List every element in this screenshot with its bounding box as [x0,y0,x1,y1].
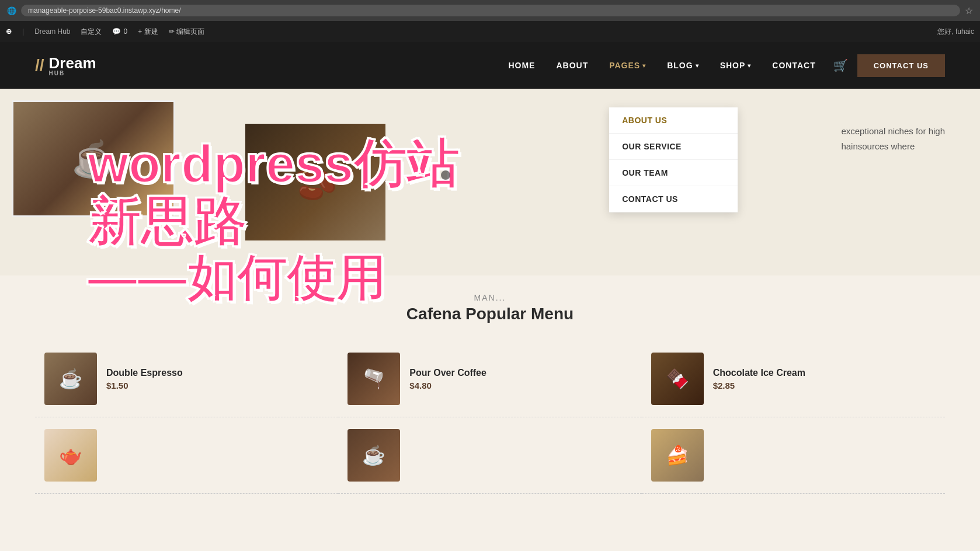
browser-bar: 🌐 manageable-porpoise-59bac0.instawp.xyz… [0,0,980,21]
menu-item-img-espresso: ☕ [44,353,97,405]
customize-label: 自定义 [81,27,102,37]
comment-icon: 💬 [112,27,121,36]
menu-grid: ☕ Double Espresso $1.50 🫗 Pour Over Coff… [35,341,945,417]
browser-favicon: 🌐 [7,6,16,15]
menu-item-img-pourover: 🫗 [347,353,400,405]
logo-text: Dream HUB [49,54,96,76]
nav-pages-wrapper[interactable]: PAGES ▾ ABOUT US OUR SERVICE OUR TEAM CO… [609,61,646,70]
hero-section: exceptional niches for high hainsources … [0,89,980,276]
menu-item-img-row2-2: ☕ [347,429,400,482]
browser-star[interactable]: ☆ [965,5,973,16]
menu-subtitle: Man... [35,293,945,302]
menu-item-row2-col2: ☕ [338,417,641,494]
menu-section-title: Cafena Popular Menu [35,305,945,323]
user-greeting: 您好, fuhaic [937,27,974,37]
edit-btn[interactable]: ✏ 编辑页面 [169,27,204,37]
nav-about[interactable]: ABOUT [556,61,588,70]
nav-shop[interactable]: SHOP ▾ [720,61,752,70]
menu-item-name-pourover: Pour Over Coffee [409,368,632,378]
new-label: + 新建 [138,27,158,37]
blog-chevron-icon: ▾ [696,62,699,69]
site-header: // Dream HUB HOME ABOUT PAGES ▾ ABOUT US… [0,42,980,89]
menu-item-chocolate: 🍫 Chocolate Ice Cream $2.85 [642,341,945,417]
hero-left-image [12,100,175,217]
menu-item-price-chocolate: $2.85 [713,381,936,390]
dropdown-item-our-team[interactable]: OUR TEAM [609,160,738,186]
dropdown-item-our-service[interactable]: OUR SERVICE [609,134,738,160]
shop-chevron-icon: ▾ [748,62,751,69]
comments-count: 0 [123,27,127,36]
menu-item-name-chocolate: Chocolate Ice Cream [713,368,936,378]
hero-center-image [245,124,385,240]
browser-url[interactable]: manageable-porpoise-59bac0.instawp.xyz/h… [21,5,960,16]
content-area: exceptional niches for high hainsources … [0,89,980,551]
menu-item-price-pourover: $4.80 [409,381,632,390]
dropdown-item-contact-us[interactable]: CONTACT US [609,186,738,212]
pages-dropdown: ABOUT US OUR SERVICE OUR TEAM CONTACT US [609,107,738,212]
menu-item-pour-over: 🫗 Pour Over Coffee $4.80 [338,341,641,417]
comments-btn[interactable]: 💬 0 [112,27,127,36]
wp-admin-bar: ⊕ | Dream Hub 自定义 💬 0 + 新建 ✏ 编辑页面 您好, fu… [0,21,980,42]
popular-menu-section: Man... Cafena Popular Menu ☕ Double Espr… [0,276,980,517]
pages-chevron-icon: ▾ [642,62,646,69]
logo-icon: // [35,56,44,75]
nav-pages-label: PAGES [609,61,640,70]
menu-item-double-espresso: ☕ Double Espresso $1.50 [35,341,338,417]
nav-home[interactable]: HOME [508,61,535,70]
hero-right-text: exceptional niches for high hainsources … [841,124,945,276]
menu-item-img-row2-3: 🍰 [651,429,704,482]
menu-item-img-chocolate: 🍫 [651,353,704,405]
nav-contact[interactable]: CONTACT [772,61,815,70]
new-btn[interactable]: + 新建 [138,27,158,37]
menu-item-row2-col3: 🍰 [642,417,945,494]
wp-logo[interactable]: ⊕ [6,27,12,36]
edit-label: ✏ 编辑页面 [169,27,204,37]
nav-blog[interactable]: BLOG ▾ [667,61,698,70]
menu-item-name-espresso: Double Espresso [106,368,329,378]
menu-item-row2-col1: 🫖 [35,417,338,494]
cart-icon[interactable]: 🛒 [833,58,848,72]
hero-text-line2: hainsources where [841,139,945,154]
menu-item-img-row2-1: 🫖 [44,429,97,482]
site-logo[interactable]: // Dream HUB [35,54,96,76]
site-name[interactable]: Dream Hub [34,27,70,36]
contact-us-button[interactable]: CONTACT US [857,54,945,77]
hero-text-line1: exceptional niches for high [841,124,945,139]
customize-btn[interactable]: 自定义 [81,27,102,37]
dropdown-item-about-us[interactable]: ABOUT US [609,107,738,134]
menu-item-price-espresso: $1.50 [106,381,329,390]
main-nav: HOME ABOUT PAGES ▾ ABOUT US OUR SERVICE … [508,61,815,70]
menu-grid-row2: 🫖 ☕ 🍰 [35,417,945,494]
